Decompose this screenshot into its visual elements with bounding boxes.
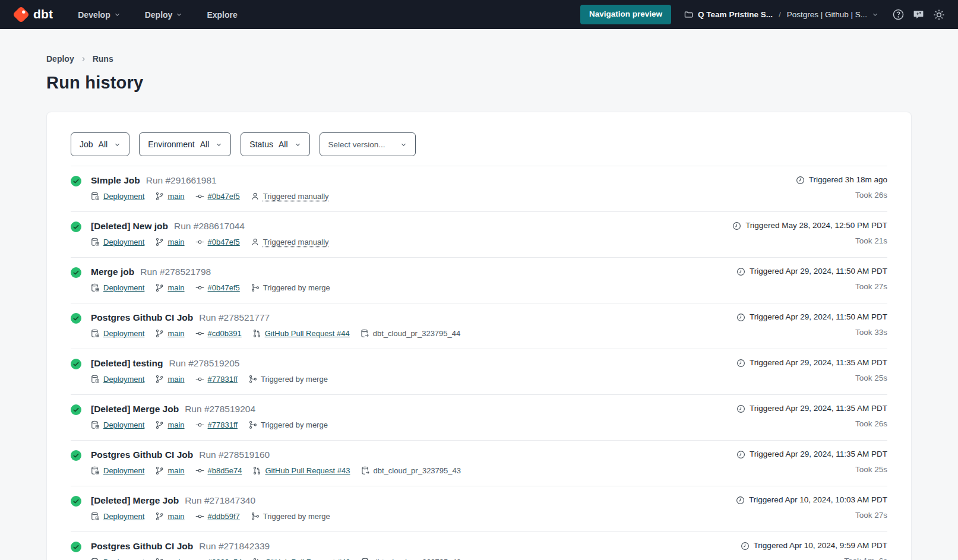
job-name[interactable]: Merge job (91, 265, 134, 279)
trigger-merge-item: Triggered by merge (248, 419, 328, 431)
chevron-down-icon (400, 141, 407, 148)
pr-link[interactable]: GitHub Pull Request #42 (265, 556, 350, 560)
settings-gear-icon[interactable] (933, 9, 945, 21)
trigger-merge-label: Triggered by merge (263, 281, 330, 294)
environment-link[interactable]: Deployment (103, 556, 144, 560)
run-row[interactable]: [Deleted] New job Run #288617044 Deploym… (71, 211, 887, 257)
commit-link[interactable]: #0b47ef5 (208, 236, 240, 248)
environment-item: Deployment (91, 236, 144, 248)
trigger-manual-label[interactable]: Triggered manually (263, 190, 329, 203)
job-name[interactable]: [Deleted] Merge Job (91, 494, 179, 507)
commit-link[interactable]: #cd0b391 (208, 327, 242, 340)
trigger-manual-item: Triggered manually (251, 236, 329, 248)
nav-explore[interactable]: Explore (203, 10, 241, 20)
branch-item: main (155, 190, 184, 203)
dbt-wordmark: dbt (33, 8, 53, 22)
branch-link[interactable]: main (167, 281, 184, 294)
job-filter[interactable]: Job All (71, 132, 129, 156)
pr-item: GitHub Pull Request #42 (252, 556, 350, 560)
environment-filter[interactable]: Environment All (139, 132, 231, 156)
run-main: Merge job Run #278521798 Deployment (91, 265, 330, 294)
branch-link[interactable]: main (167, 510, 184, 523)
environment-item: Deployment (91, 190, 144, 203)
job-name[interactable]: Postgres Github CI Job (91, 448, 193, 461)
nav-deploy[interactable]: Deploy (141, 10, 186, 20)
environment-link[interactable]: Deployment (103, 281, 144, 294)
help-icon[interactable] (893, 9, 904, 20)
commit-link[interactable]: #0b47ef5 (208, 281, 240, 294)
run-main: [Deleted] Merge Job Run #271847340 Deplo… (91, 494, 330, 523)
run-success-icon (71, 496, 81, 507)
environment-link[interactable]: Deployment (103, 419, 144, 431)
nav-develop[interactable]: Develop (74, 10, 124, 20)
branch-link[interactable]: main (167, 464, 184, 477)
run-main: [Deleted] New job Run #288617044 Deploym… (91, 220, 329, 248)
branch-link[interactable]: main (167, 190, 184, 203)
environment-item: Deployment (91, 281, 144, 294)
environment-item: Deployment (91, 556, 144, 560)
environment-link[interactable]: Deployment (103, 236, 144, 248)
pr-link[interactable]: GitHub Pull Request #43 (265, 464, 350, 477)
branch-link[interactable]: main (167, 327, 184, 340)
environment-link[interactable]: Deployment (103, 327, 144, 340)
commit-link[interactable]: #77831ff (208, 419, 238, 431)
dbt-logo[interactable]: dbt (13, 7, 53, 23)
job-name[interactable]: [Deleted] testing (91, 357, 163, 370)
git-branch-icon (155, 466, 164, 475)
commit-link[interactable]: #ddb59f7 (208, 510, 240, 523)
commit-link[interactable]: #77831ff (208, 373, 238, 385)
commit-link[interactable]: #0b47ef5 (208, 190, 240, 203)
run-success-icon (71, 313, 81, 324)
run-duration: Took 26s (855, 189, 887, 201)
navigation-preview-button[interactable]: Navigation preview (580, 5, 671, 24)
schema-item: dbt_cloud_pr_323795_43 (361, 464, 461, 477)
branch-item: main (155, 556, 184, 560)
run-row[interactable]: Postgres Github CI Job Run #278519160 De… (71, 440, 887, 486)
project-switcher[interactable]: Postgres | Github | S... (787, 10, 878, 19)
job-name[interactable]: Postgres Github CI Job (91, 311, 193, 324)
database-grid-icon (91, 558, 100, 560)
run-duration: Took 25s (855, 464, 887, 476)
job-name[interactable]: Postgres Github CI Job (91, 540, 193, 553)
run-row[interactable]: SImple Job Run #291661981 Deployment (71, 166, 887, 211)
environment-link[interactable]: Deployment (103, 464, 144, 477)
commit-item: #0b47ef5 (195, 281, 240, 294)
branch-link[interactable]: main (167, 419, 184, 431)
page-title: Run history (46, 73, 912, 93)
job-name[interactable]: [Deleted] New job (91, 220, 168, 233)
schema-name: dbt_cloud_pr_323795_44 (373, 327, 460, 340)
status-filter[interactable]: Status All (241, 132, 309, 156)
commit-link[interactable]: #b8d5e74 (208, 464, 242, 477)
run-row[interactable]: Postgres Github CI Job Run #278521777 De… (71, 303, 887, 349)
run-row[interactable]: Postgres Github CI Job Run #271842339 De… (71, 531, 887, 560)
nav-develop-label: Develop (78, 10, 110, 20)
account-switcher[interactable]: Q Team Pristine S... (684, 10, 773, 19)
job-name[interactable]: SImple Job (91, 174, 140, 187)
run-number: Run #278519160 (199, 448, 270, 461)
trigger-merge-item: Triggered by merge (251, 281, 330, 294)
page-content: Deploy Runs Run history Job All Environm… (0, 54, 958, 560)
nav-explore-label: Explore (207, 10, 237, 20)
commit-link[interactable]: #3839e54 (208, 556, 242, 560)
breadcrumb-runs[interactable]: Runs (93, 54, 113, 64)
job-name[interactable]: [Deleted] Merge Job (91, 403, 179, 416)
environment-link[interactable]: Deployment (103, 373, 144, 385)
environment-link[interactable]: Deployment (103, 190, 144, 203)
run-row[interactable]: [Deleted] testing Run #278519205 Deploym… (71, 349, 887, 394)
version-filter[interactable]: Select version... (320, 132, 416, 156)
run-row[interactable]: [Deleted] Merge Job Run #271847340 Deplo… (71, 486, 887, 531)
git-commit-icon (195, 375, 204, 384)
run-main: Postgres Github CI Job Run #271842339 De… (91, 540, 461, 560)
trigger-manual-label[interactable]: Triggered manually (263, 236, 329, 248)
clock-icon (796, 176, 805, 185)
branch-link[interactable]: main (167, 373, 184, 385)
feedback-icon[interactable] (913, 9, 924, 20)
branch-item: main (155, 373, 184, 385)
run-row[interactable]: Merge job Run #278521798 Deployment (71, 257, 887, 303)
branch-link[interactable]: main (167, 556, 184, 560)
branch-link[interactable]: main (167, 236, 184, 248)
breadcrumb-deploy[interactable]: Deploy (46, 54, 74, 64)
environment-link[interactable]: Deployment (103, 510, 144, 523)
pr-link[interactable]: GitHub Pull Request #44 (265, 327, 350, 340)
run-row[interactable]: [Deleted] Merge Job Run #278519204 Deplo… (71, 394, 887, 440)
